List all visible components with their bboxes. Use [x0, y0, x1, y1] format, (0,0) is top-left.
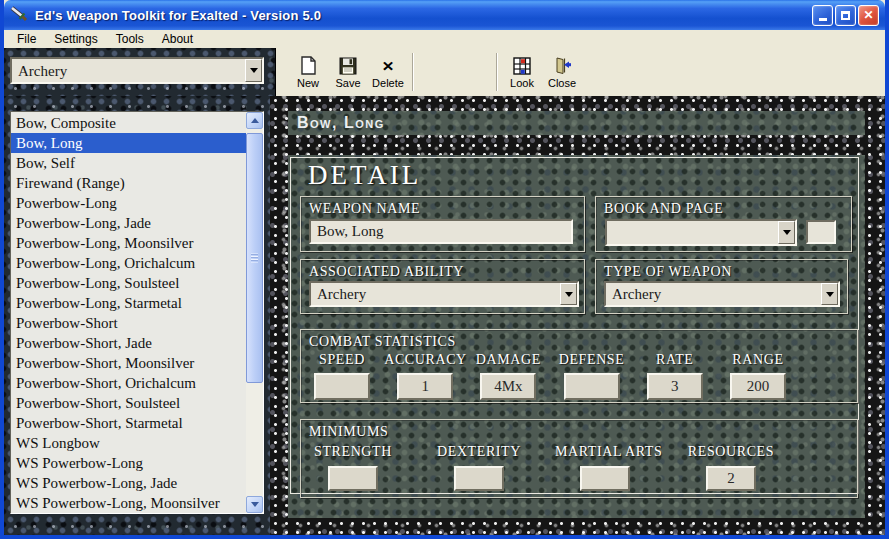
- weapon-name-input[interactable]: [309, 219, 573, 244]
- delete-button[interactable]: ✕ Delete: [368, 51, 408, 93]
- scroll-up-button[interactable]: [246, 112, 263, 129]
- book-combobox-arrow-button[interactable]: [778, 221, 795, 244]
- selected-weapon-header: Bow, Long: [288, 111, 865, 135]
- stat-field-label: DEFENSE: [551, 352, 633, 368]
- exit-door-icon: [552, 56, 572, 76]
- chevron-down-icon: [783, 230, 791, 239]
- weapon-list-item[interactable]: Firewand (Range): [11, 173, 246, 193]
- book-combobox[interactable]: [605, 219, 797, 246]
- minimize-button[interactable]: [812, 5, 833, 26]
- save-button[interactable]: Save: [328, 51, 368, 93]
- weapon-list-item[interactable]: Powerbow-Short, Soulsteel: [11, 393, 246, 413]
- stat-field-value[interactable]: [564, 373, 620, 400]
- stat-field: DEFENSE: [551, 352, 633, 400]
- title-bar: Ed's Weapon Toolkit for Exalted - Versio…: [4, 0, 885, 30]
- associated-ability-combobox[interactable]: Archery: [309, 281, 579, 307]
- new-document-icon: [298, 56, 318, 76]
- window-title: Ed's Weapon Toolkit for Exalted - Versio…: [35, 8, 812, 23]
- weapon-list-panel: Bow, CompositeBow, LongBow, SelfFirewand…: [4, 96, 270, 536]
- type-of-weapon-label: TYPE OF WEAPON: [604, 264, 847, 280]
- category-combobox-arrow-button[interactable]: [245, 59, 262, 82]
- category-combobox[interactable]: Archery: [10, 57, 264, 84]
- stat-field-label: RATE: [634, 352, 716, 368]
- weapon-listbox[interactable]: Bow, CompositeBow, LongBow, SelfFirewand…: [10, 111, 264, 514]
- type-of-weapon-group: TYPE OF WEAPON Archery: [595, 259, 848, 314]
- stat-field-value[interactable]: 1: [397, 373, 453, 400]
- menu-settings[interactable]: Settings: [45, 31, 106, 47]
- minimum-field-value[interactable]: [580, 466, 630, 491]
- close-window-button[interactable]: ✕: [858, 5, 879, 26]
- chevron-up-icon: [251, 114, 259, 123]
- minimum-field-value[interactable]: [454, 466, 504, 491]
- maximize-button[interactable]: [835, 5, 856, 26]
- weapon-list-item[interactable]: Bow, Composite: [11, 113, 246, 133]
- weapon-list-scrollbar[interactable]: [246, 112, 263, 513]
- close-button[interactable]: Close: [542, 51, 582, 93]
- new-button[interactable]: New: [288, 51, 328, 93]
- stat-field: RATE 3: [634, 352, 716, 400]
- look-grid-icon: [512, 56, 532, 76]
- book-and-page-label: BOOK AND PAGE: [604, 201, 851, 217]
- weapon-list-item[interactable]: Powerbow-Short, Starmetal: [11, 413, 246, 433]
- maximize-icon: [841, 11, 850, 20]
- weapon-list-item[interactable]: Powerbow-Long: [11, 193, 246, 213]
- minimum-field-value[interactable]: 2: [706, 466, 756, 491]
- weapon-list-item[interactable]: Powerbow-Long, Moonsilver: [11, 233, 246, 253]
- stat-field-label: DAMAGE: [467, 352, 549, 368]
- minimum-field-label: MARTIAL ARTS: [555, 444, 655, 460]
- weapon-list-item[interactable]: WS Powerbow-Long: [11, 453, 246, 473]
- minimums-fields: STRENGTH DEXTERITY MARTIAL ARTS RESOURCE…: [301, 444, 857, 491]
- combat-statistics-group: COMBAT STATISTICS SPEED ACCURACY 1 DAMAG…: [300, 329, 858, 403]
- minimum-field-value[interactable]: [328, 466, 378, 491]
- new-button-label: New: [297, 77, 319, 89]
- weapon-list-item[interactable]: Powerbow-Short, Jade: [11, 333, 246, 353]
- weapon-list-item[interactable]: WS Powerbow-Long, Jade: [11, 473, 246, 493]
- scrollbar-thumb[interactable]: [246, 133, 263, 383]
- stat-field-value[interactable]: [314, 373, 370, 400]
- menu-file[interactable]: File: [8, 31, 45, 47]
- menu-bar: File Settings Tools About: [4, 30, 885, 48]
- stat-field-value[interactable]: 3: [647, 373, 703, 400]
- weapon-list-item[interactable]: WS Powerbow-Long, Moonsilver: [11, 493, 246, 513]
- type-of-weapon-arrow-button[interactable]: [821, 283, 838, 305]
- floppy-disk-icon: [338, 56, 358, 76]
- weapon-list-item[interactable]: Powerbow-Short, Moonsilver: [11, 353, 246, 373]
- minimum-field: MARTIAL ARTS: [555, 444, 655, 491]
- look-button-label: Look: [510, 77, 534, 89]
- chevron-down-icon: [826, 292, 834, 301]
- type-of-weapon-value: Archery: [612, 286, 661, 303]
- stat-field: ACCURACY 1: [384, 352, 466, 400]
- combat-statistics-label: COMBAT STATISTICS: [309, 334, 857, 350]
- weapon-name-label: WEAPON NAME: [309, 201, 584, 217]
- look-button[interactable]: Look: [502, 51, 542, 93]
- stat-field-value[interactable]: 200: [730, 373, 786, 400]
- stat-field-value[interactable]: 4Mx: [480, 373, 536, 400]
- weapon-list-item[interactable]: Powerbow-Short: [11, 313, 246, 333]
- associated-ability-arrow-button[interactable]: [560, 283, 577, 305]
- type-of-weapon-combobox[interactable]: Archery: [604, 281, 840, 307]
- close-x-icon: ✕: [863, 9, 873, 21]
- menu-tools[interactable]: Tools: [107, 31, 153, 47]
- book-and-page-group: BOOK AND PAGE: [595, 196, 852, 252]
- weapon-list-item[interactable]: Powerbow-Long, Starmetal: [11, 293, 246, 313]
- sword-icon: [10, 5, 30, 25]
- weapon-list-item[interactable]: Powerbow-Short, Orichalcum: [11, 373, 246, 393]
- minimum-field-label: STRENGTH: [303, 444, 403, 460]
- weapon-list-item[interactable]: Bow, Self: [11, 153, 246, 173]
- weapon-list-item[interactable]: Bow, Long: [11, 133, 246, 153]
- weapon-list-item[interactable]: Powerbow-Long, Soulsteel: [11, 273, 246, 293]
- weapon-list-item[interactable]: Powerbow-Long, Orichalcum: [11, 253, 246, 273]
- detail-section-title: DETAIL: [308, 160, 421, 191]
- scroll-down-button[interactable]: [246, 496, 263, 513]
- minimize-icon: [819, 18, 827, 21]
- selected-weapon-name: Bow, Long: [297, 111, 385, 135]
- associated-ability-group: ASSOCIATED ABILITY Archery: [300, 259, 585, 314]
- chevron-down-icon: [565, 292, 573, 301]
- weapon-list-item[interactable]: WS Longbow: [11, 433, 246, 453]
- page-input[interactable]: [806, 220, 836, 244]
- weapon-list-item[interactable]: Powerbow-Long, Jade: [11, 213, 246, 233]
- detail-area: Bow, Long DETAIL WEAPON NAME BOOK AND PA…: [270, 96, 885, 536]
- delete-button-label: Delete: [372, 77, 404, 89]
- menu-about[interactable]: About: [153, 31, 202, 47]
- stat-field-label: ACCURACY: [384, 352, 466, 368]
